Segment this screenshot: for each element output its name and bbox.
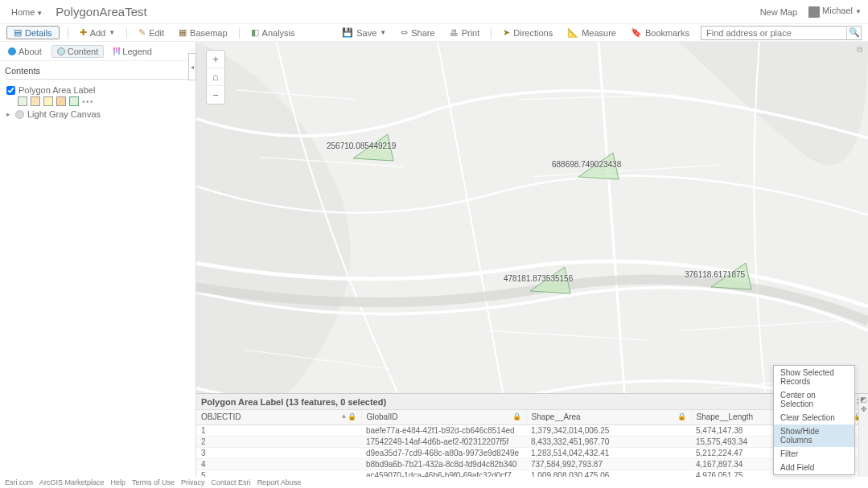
- search-input[interactable]: [701, 28, 846, 38]
- measure-button[interactable]: 📐Measure: [564, 26, 619, 39]
- menu-clear-selection[interactable]: Clear Selection: [774, 411, 854, 424]
- layer-action-5[interactable]: [69, 96, 79, 106]
- layer-name[interactable]: Polygon Area Label: [19, 85, 95, 95]
- zoom-in-button[interactable]: +: [207, 51, 224, 68]
- footer-marketplace[interactable]: ArcGIS Marketplace: [39, 478, 105, 486]
- layer-action-4[interactable]: [56, 96, 66, 106]
- menu-add-field[interactable]: Add Field: [774, 461, 854, 474]
- directions-icon: ➤: [503, 27, 510, 38]
- menu-filter[interactable]: Filter: [774, 447, 854, 461]
- col-globalid[interactable]: GlobalID🔒: [361, 410, 526, 424]
- bookmarks-button[interactable]: 🔖Bookmarks: [627, 26, 693, 39]
- print-icon: 🖶: [450, 28, 459, 38]
- save-icon: 💾: [342, 27, 353, 38]
- analysis-icon: ◧: [251, 27, 259, 38]
- options-menu: Show Selected Records Center on Selectio…: [773, 365, 855, 475]
- footer-help[interactable]: Help: [111, 478, 126, 486]
- home-menu[interactable]: Home▼: [6, 7, 47, 17]
- print-button[interactable]: 🖶Print: [446, 27, 483, 39]
- menu-show-hide-columns[interactable]: Show/Hide Columns: [774, 424, 854, 447]
- bookmarks-icon: 🔖: [631, 27, 642, 38]
- add-icon: ✚: [80, 27, 87, 38]
- details-button[interactable]: ▤Details: [6, 26, 60, 39]
- collapse-sidebar-icon[interactable]: ◂: [188, 53, 196, 80]
- user-menu[interactable]: Michael ▼: [808, 6, 862, 17]
- contents-header: Contents: [5, 66, 191, 80]
- basemap-button[interactable]: ▦Basemap: [175, 26, 230, 39]
- search-box[interactable]: 🔍: [701, 26, 862, 40]
- tab-legend[interactable]: Legend: [110, 45, 155, 58]
- basemap-swatch-icon: [15, 110, 24, 119]
- expand-icon[interactable]: ▸: [6, 110, 10, 118]
- footer-privacy[interactable]: Privacy: [181, 478, 205, 486]
- footer-contact[interactable]: Contact Esri: [212, 478, 251, 486]
- lock-icon: 🔒: [348, 412, 356, 420]
- table-title: Polygon Area Label (13 features, 0 selec…: [201, 397, 386, 407]
- avatar-icon: [808, 6, 820, 18]
- share-button[interactable]: ⇔Share: [397, 26, 438, 39]
- tab-content[interactable]: Content: [51, 45, 105, 58]
- layer-more-icon[interactable]: •••: [82, 96, 94, 106]
- share-icon: ⇔: [401, 27, 408, 38]
- home-extent-button[interactable]: ⌂: [207, 68, 224, 86]
- gear-icon[interactable]: ✥: [861, 405, 867, 413]
- popout-icon[interactable]: ⧉: [857, 45, 865, 53]
- tab-about[interactable]: About: [5, 45, 45, 58]
- footer-report[interactable]: Report Abuse: [257, 478, 302, 486]
- col-shape-area[interactable]: Shape__Area🔒: [526, 410, 691, 424]
- lock-icon: 🔒: [677, 412, 686, 420]
- analysis-button[interactable]: ◧Analysis: [248, 26, 298, 39]
- layer-checkbox[interactable]: [6, 86, 15, 95]
- table-row[interactable]: 1baefe77a-e484-42f1-b92d-cb646c8514ed1,3…: [196, 424, 868, 436]
- lock-icon: 🔒: [512, 412, 521, 420]
- footer-terms[interactable]: Terms of Use: [132, 478, 175, 486]
- dock-icon[interactable]: ◩: [860, 396, 867, 404]
- table-row[interactable]: 4b8bd9a6b-7b21-432a-8c8d-fd9d4c82b340737…: [196, 458, 868, 470]
- table-scroll-handle[interactable]: ◩ ✥: [858, 394, 868, 477]
- search-icon[interactable]: 🔍: [846, 26, 861, 40]
- table-row[interactable]: 217542249-14af-4d6b-aef2-f02312207f5f8,4…: [196, 436, 868, 447]
- edit-button[interactable]: ✎Edit: [135, 26, 167, 39]
- layer-action-1[interactable]: [18, 96, 27, 106]
- menu-center-selection[interactable]: Center on Selection: [774, 388, 854, 411]
- pencil-icon: ✎: [138, 27, 146, 38]
- layer-action-2[interactable]: [31, 96, 40, 106]
- footer-esri[interactable]: Esri.com: [5, 478, 33, 486]
- menu-show-selected[interactable]: Show Selected Records: [774, 366, 854, 388]
- col-objectid[interactable]: OBJECTID🔒▲: [196, 410, 361, 424]
- info-icon: [8, 47, 16, 55]
- map-title: PolygonAreaTest: [56, 5, 146, 18]
- attribute-table: Polygon Area Label (13 features, 0 selec…: [196, 393, 868, 477]
- measure-icon: 📐: [567, 27, 578, 38]
- basemap-layer-name[interactable]: Light Gray Canvas: [27, 109, 101, 119]
- content-icon: [57, 47, 65, 55]
- basemap-icon: ▦: [179, 27, 187, 38]
- sort-icon: ▲: [341, 412, 348, 420]
- legend-icon: [113, 47, 120, 55]
- table-row[interactable]: 3d9ea35d7-7cd9-468c-a80a-9973e9d8249e1,2…: [196, 447, 868, 458]
- save-button[interactable]: 💾Save ▼: [339, 26, 389, 39]
- zoom-out-button[interactable]: −: [207, 86, 224, 104]
- new-map-link[interactable]: New Map: [760, 7, 797, 17]
- layer-action-3[interactable]: [43, 96, 53, 106]
- directions-button[interactable]: ➤Directions: [500, 26, 556, 39]
- add-button[interactable]: ✚Add ▼: [76, 26, 119, 39]
- details-icon: ▤: [14, 27, 22, 38]
